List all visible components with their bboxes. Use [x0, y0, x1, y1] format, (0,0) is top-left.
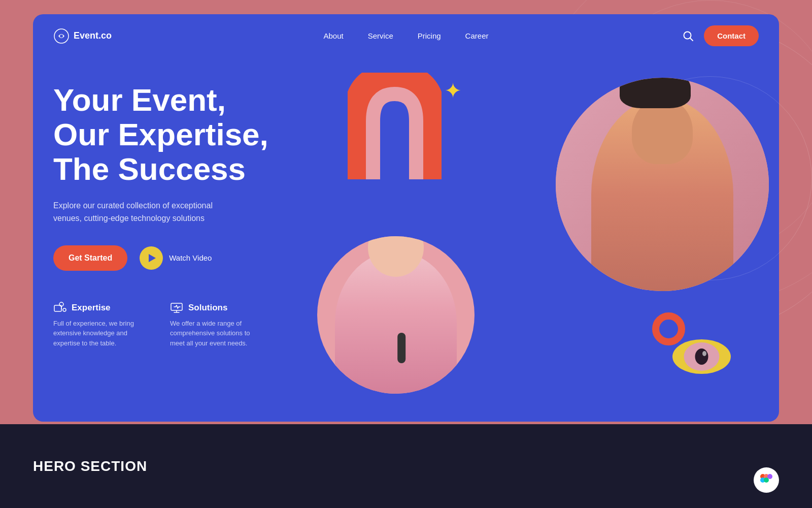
nav-actions: Contact [683, 25, 759, 46]
feature-solutions: Solutions We offer a wide range of compr… [170, 301, 261, 348]
feature-expertise: Expertise Full of experience, we bring e… [53, 301, 145, 348]
nav-career[interactable]: Career [465, 31, 489, 40]
hero-right: ✦ [327, 68, 759, 404]
arch-decoration [348, 73, 442, 184]
person-left-circle [317, 236, 475, 394]
watch-video-label: Watch Video [169, 253, 212, 262]
svg-point-6 [63, 308, 66, 311]
star-decoration: ✦ [444, 80, 462, 102]
play-circle [140, 246, 163, 270]
feature-expertise-desc: Full of experience, we bring extensive k… [53, 319, 145, 348]
watch-video-button[interactable]: Watch Video [140, 246, 212, 270]
nav-service[interactable]: Service [368, 31, 393, 40]
solutions-icon [170, 301, 183, 314]
expertise-icon [53, 301, 66, 314]
navbar: Event.co About Service Pricing Career Co… [33, 14, 779, 57]
hero-area: Your Event, Our Expertise, The Success E… [33, 57, 779, 422]
main-container: Event.co About Service Pricing Career Co… [33, 14, 779, 422]
nav-links: About Service Pricing Career [324, 31, 489, 40]
figma-icon [759, 473, 773, 487]
bottom-label: HERO SECTION [33, 458, 147, 474]
get-started-button[interactable]: Get Started [53, 245, 127, 271]
figma-badge [754, 467, 779, 493]
search-icon [683, 30, 694, 42]
feature-expertise-title: Expertise [72, 303, 111, 313]
nav-about[interactable]: About [324, 31, 344, 40]
play-icon [149, 254, 156, 262]
logo-icon [53, 28, 70, 44]
nav-pricing[interactable]: Pricing [418, 31, 441, 40]
feature-icon-row: Expertise [53, 301, 145, 314]
hero-left: Your Event, Our Expertise, The Success E… [53, 68, 327, 404]
hero-subtitle: Explore our curated collection of except… [53, 199, 226, 225]
feature-icon-row-2: Solutions [170, 301, 261, 314]
svg-point-11 [702, 351, 706, 356]
feature-solutions-desc: We offer a wide range of comprehensive s… [170, 319, 261, 348]
hero-buttons: Get Started Watch Video [53, 245, 327, 271]
svg-point-10 [695, 348, 708, 365]
logo-text: Event.co [74, 30, 112, 41]
bottom-bar: HERO SECTION [0, 424, 812, 508]
svg-line-3 [690, 38, 693, 41]
hero-features: Expertise Full of experience, we bring e… [53, 301, 327, 348]
svg-point-16 [764, 478, 769, 483]
eye-decoration [672, 339, 731, 376]
contact-button[interactable]: Contact [704, 25, 759, 46]
svg-point-1 [60, 35, 63, 38]
search-button[interactable] [683, 30, 694, 42]
hero-title: Your Event, Our Expertise, The Success [53, 83, 327, 187]
feature-solutions-title: Solutions [188, 303, 227, 313]
logo[interactable]: Event.co [53, 28, 112, 44]
person-right-circle [556, 78, 769, 291]
